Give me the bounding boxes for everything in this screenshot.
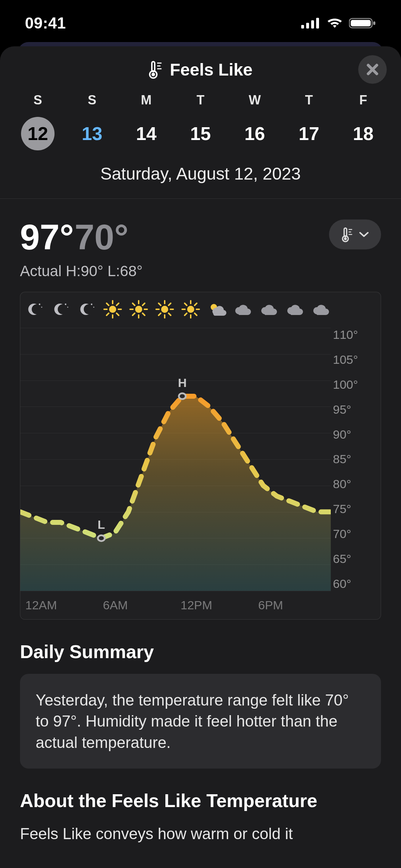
day-number: 13 [82, 123, 102, 144]
chevron-down-icon [359, 231, 369, 238]
svg-point-21 [39, 304, 40, 305]
day-of-week-label: S [88, 93, 96, 108]
svg-line-43 [143, 303, 145, 305]
cloud-icon [285, 299, 305, 319]
svg-line-41 [133, 303, 135, 305]
y-axis-label: 75° [333, 502, 376, 516]
svg-line-53 [159, 313, 161, 315]
day-number-chip: 15 [184, 117, 217, 150]
day-cell-17[interactable]: T17 [282, 93, 336, 150]
status-time: 09:41 [25, 14, 66, 32]
cellular-icon [300, 17, 320, 29]
close-icon [365, 62, 380, 77]
day-cell-16[interactable]: W16 [228, 93, 282, 150]
svg-rect-0 [301, 25, 304, 29]
cloud-icon [259, 299, 279, 319]
svg-point-25 [91, 304, 92, 305]
day-cell-12[interactable]: S12 [11, 93, 65, 150]
y-axis-label: 95° [333, 403, 376, 417]
chart-y-axis: 110°105°100°95°90°85°80°75°70°65°60° [333, 328, 376, 591]
chart-x-axis: 12AM6AM12PM6PM [20, 598, 331, 612]
y-axis-label: 100° [333, 378, 376, 392]
day-of-week-label: W [249, 93, 261, 108]
svg-point-65 [98, 535, 105, 541]
daily-summary-card: Yesterday, the temperature range felt li… [20, 674, 381, 769]
feels-like-chart[interactable]: HL 110°105°100°95°90°85°80°75°70°65°60° … [20, 292, 381, 620]
x-axis-label: 12PM [176, 598, 253, 612]
sheet-header: Feels Like [0, 46, 401, 93]
day-cell-13[interactable]: S13 [65, 93, 119, 150]
day-number-chip: 14 [129, 117, 163, 150]
wifi-icon [326, 17, 343, 29]
svg-rect-6 [373, 21, 375, 25]
day-number: 18 [353, 123, 374, 144]
moon-stars-icon [77, 299, 97, 319]
battery-icon [349, 17, 376, 29]
sun-icon [103, 299, 123, 319]
day-of-week-label: T [196, 93, 204, 108]
day-number-chip: 17 [292, 117, 326, 150]
svg-line-32 [107, 303, 109, 305]
about-body: Feels Like conveys how warm or cold it [20, 823, 381, 843]
svg-rect-3 [316, 18, 319, 29]
cloud-icon [311, 299, 331, 319]
svg-line-34 [117, 303, 119, 305]
condition-icons-row [25, 299, 331, 319]
high-marker-label: H [178, 376, 187, 390]
svg-line-50 [159, 303, 161, 305]
moon-stars-icon [51, 299, 71, 319]
svg-line-60 [195, 313, 197, 315]
x-axis-label: 6PM [253, 598, 331, 612]
svg-point-36 [135, 306, 142, 313]
y-axis-label: 70° [333, 527, 376, 541]
sun-icon [181, 299, 201, 319]
metric-selector-button[interactable] [329, 219, 381, 249]
sheet-title: Feels Like [170, 60, 252, 79]
sun-icon [129, 299, 149, 319]
y-axis-label: 85° [333, 452, 376, 466]
temperature-summary-row: 97° 70° Actual H:90° L:68° [0, 199, 401, 283]
svg-line-35 [107, 313, 109, 315]
svg-point-23 [65, 304, 66, 305]
day-cell-18[interactable]: F18 [336, 93, 390, 150]
moon-stars-icon [25, 299, 45, 319]
y-axis-label: 105° [333, 353, 376, 367]
svg-point-27 [109, 306, 116, 313]
svg-rect-2 [311, 20, 314, 29]
svg-point-9 [151, 73, 155, 76]
feels-like-high: 97° [20, 217, 74, 258]
day-number-chip: 13 [75, 117, 109, 150]
daily-summary-heading: Daily Summary [20, 641, 381, 662]
chart-plot: HL [20, 328, 331, 591]
sun-icon [155, 299, 175, 319]
svg-rect-8 [152, 62, 155, 72]
feels-like-low: 70° [74, 217, 128, 258]
thermometer-icon [148, 60, 163, 79]
low-marker-label: L [98, 518, 105, 532]
x-axis-label: 6AM [98, 598, 176, 612]
day-of-week-label: S [34, 93, 42, 108]
svg-point-22 [41, 307, 42, 308]
day-of-week-label: T [305, 93, 313, 108]
y-axis-label: 110° [333, 328, 376, 342]
day-number: 14 [136, 123, 156, 144]
about-heading: About the Feels Like Temperature [20, 790, 381, 811]
day-number-chip: 12 [21, 117, 55, 150]
actual-hi-lo: Actual H:90° L:68° [20, 263, 143, 280]
full-date-label: Saturday, August 12, 2023 [0, 164, 401, 184]
svg-point-54 [187, 306, 194, 313]
svg-point-24 [67, 307, 68, 308]
svg-line-62 [185, 313, 187, 315]
day-cell-14[interactable]: M14 [119, 93, 173, 150]
svg-rect-1 [306, 23, 309, 29]
day-cell-15[interactable]: T15 [173, 93, 227, 150]
day-selector-strip[interactable]: S12S13M14T15W16T17F18 [0, 93, 401, 150]
status-indicators [300, 17, 376, 29]
svg-line-51 [169, 313, 171, 315]
close-button[interactable] [358, 55, 387, 84]
svg-line-52 [169, 303, 171, 305]
svg-line-61 [195, 303, 197, 305]
feels-like-sheet: Feels Like S12S13M14T15W16T17F18 Saturda… [0, 46, 401, 868]
y-axis-label: 90° [333, 428, 376, 441]
daily-summary-section: Daily Summary Yesterday, the temperature… [0, 620, 401, 769]
